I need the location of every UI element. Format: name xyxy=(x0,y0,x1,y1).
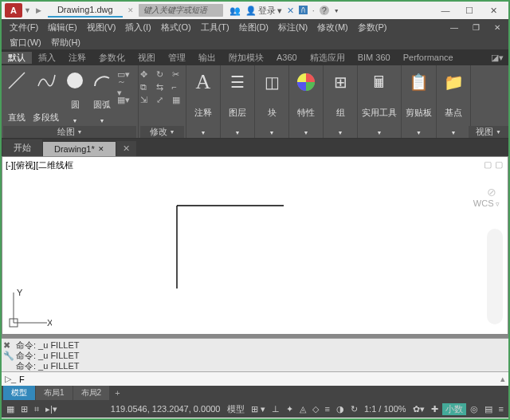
annot-button[interactable]: A注释▼ xyxy=(188,67,218,138)
help-drop-icon[interactable]: ▼ xyxy=(334,8,339,14)
circle-button[interactable]: 圆▼ xyxy=(61,67,88,126)
app-icon[interactable]: 🅰 xyxy=(299,6,308,15)
ucs-icon[interactable]: Y X xyxy=(7,288,52,329)
tab-param[interactable]: 参数化 xyxy=(92,52,131,64)
help-icon[interactable]: ? xyxy=(320,6,329,15)
doc-minimize-icon[interactable]: — xyxy=(445,23,463,32)
app-menu-dropdown-icon[interactable]: ▼ xyxy=(24,6,31,14)
cmd-dropdown-icon[interactable]: ▴ xyxy=(500,374,505,384)
menu-annotate[interactable]: 标注(N) xyxy=(273,22,312,33)
menu-file[interactable]: 文件(F) xyxy=(5,22,43,33)
st-grid-icon[interactable]: ⊞ xyxy=(18,404,30,414)
doc-close-icon[interactable]: ✕ xyxy=(489,23,505,32)
tab-view[interactable]: 视图 xyxy=(131,52,162,64)
st-layout-icon[interactable]: ▦ xyxy=(4,404,17,414)
polyline-button[interactable]: 多段线 xyxy=(30,67,61,126)
layout-model[interactable]: 模型 xyxy=(3,386,35,400)
viewctrl-icon[interactable]: ▢ xyxy=(495,159,503,170)
menu-draw[interactable]: 绘图(D) xyxy=(234,22,273,33)
menu-format[interactable]: 格式(O) xyxy=(156,22,196,33)
qat-icon[interactable]: ▶ xyxy=(36,6,41,14)
panel-draw-title[interactable]: 绘图▼ xyxy=(3,126,136,138)
st-trans-icon[interactable]: ◑ xyxy=(334,404,347,414)
wcs-label[interactable]: WCS ▿ xyxy=(473,198,500,208)
ribbon-dropdown-icon[interactable]: ◪▾ xyxy=(486,53,508,63)
drawing-canvas[interactable]: [-][俯视][二维线框 ▢ ▢ ⊘ WCS ▿ Y X xyxy=(2,156,508,335)
line-button[interactable]: 直线 xyxy=(3,67,30,126)
st-plus-icon[interactable]: ✚ xyxy=(429,404,441,414)
coords-label[interactable]: 119.0546, 123.2047, 0.0000 xyxy=(108,404,223,414)
st-decimal[interactable]: 小数 xyxy=(442,403,466,415)
menu-modify[interactable]: 修改(M) xyxy=(312,22,353,33)
maximize-button[interactable]: ☐ xyxy=(457,4,481,17)
viewcube-icon[interactable]: ▢ xyxy=(484,159,492,170)
copy-icon[interactable]: ⧉ xyxy=(140,81,153,92)
st-ortho-icon[interactable]: ⊥ xyxy=(269,404,282,414)
panel-modify-title[interactable]: 修改▼ xyxy=(140,126,184,138)
rotate-icon[interactable]: ↻ xyxy=(156,69,169,80)
menu-tools[interactable]: 工具(T) xyxy=(196,22,234,33)
navigation-bar[interactable] xyxy=(487,229,503,324)
tab-add-button[interactable]: ✕ xyxy=(116,141,136,156)
tab-close-icon[interactable]: ✕ xyxy=(98,145,104,153)
base-button[interactable]: 📁基点▼ xyxy=(438,67,469,138)
tab-output[interactable]: 输出 xyxy=(192,52,222,64)
st-cycle-icon[interactable]: ↻ xyxy=(348,404,360,414)
st-iso-icon[interactable]: ◬ xyxy=(297,404,308,414)
tab-annotate[interactable]: 注释 xyxy=(62,52,92,64)
command-line[interactable]: ▷_ F ▴ xyxy=(2,371,508,386)
tab-manage[interactable]: 管理 xyxy=(162,52,192,64)
tab-bim360[interactable]: BIM 360 xyxy=(351,53,397,62)
tab-addon[interactable]: 附加模块 xyxy=(222,52,270,64)
tab-drawing1[interactable]: Drawing1* ✕ xyxy=(43,142,116,156)
mirror-icon[interactable]: ⇆ xyxy=(156,81,169,92)
move-icon[interactable]: ✥ xyxy=(140,69,153,80)
viewport-label[interactable]: [-][俯视][二维线框 xyxy=(6,159,73,171)
tab-a360[interactable]: A360 xyxy=(270,53,304,62)
fillet-icon[interactable]: ⌐ xyxy=(172,81,185,92)
panel-view-title[interactable]: 视图▼ xyxy=(469,126,508,138)
st-target-icon[interactable]: ◎ xyxy=(468,404,481,414)
menu-insert[interactable]: 插入(I) xyxy=(120,22,155,33)
collaboration-icon[interactable]: 👥 xyxy=(230,6,241,16)
group-button[interactable]: ⊞组▼ xyxy=(325,67,355,138)
st-scale[interactable]: 1:1 / 100% xyxy=(362,404,409,414)
layout-2[interactable]: 布局2 xyxy=(73,386,110,400)
tab-insert[interactable]: 插入 xyxy=(32,52,62,64)
block-button[interactable]: ◫块▼ xyxy=(257,67,287,138)
st-menu-icon[interactable]: ≡ xyxy=(496,404,506,414)
login-button[interactable]: 👤 登录 ▾ xyxy=(245,5,282,17)
st-lw-icon[interactable]: ≡ xyxy=(323,404,332,414)
exchange-icon[interactable]: ✕ xyxy=(287,6,294,16)
arc-button[interactable]: 圆弧▼ xyxy=(88,67,116,126)
layer-button[interactable]: ☰图层▼ xyxy=(222,67,253,138)
st-gear-icon[interactable]: ✿▾ xyxy=(410,404,427,414)
doc-close-icon[interactable]: ✕ xyxy=(128,6,134,14)
st-expand-icon[interactable]: ▸|▾ xyxy=(43,404,60,414)
tab-default[interactable]: 默认 xyxy=(2,52,32,64)
cmd-input[interactable]: F xyxy=(19,375,25,384)
array-icon[interactable]: ▦ xyxy=(172,94,185,105)
st-model[interactable]: 模型 xyxy=(225,403,247,415)
st-osnap-icon[interactable]: ◇ xyxy=(310,404,321,414)
menu-view[interactable]: 视图(V) xyxy=(82,22,121,33)
st-polar-icon[interactable]: ✦ xyxy=(284,404,296,414)
st-snap-icon[interactable]: ⌗ xyxy=(32,404,41,414)
st-more-icon[interactable]: ▤ xyxy=(482,404,495,414)
layout-1[interactable]: 布局1 xyxy=(36,386,73,400)
prop-button[interactable]: 特性▼ xyxy=(291,67,321,138)
spline-icon[interactable]: ～▾ xyxy=(117,81,130,92)
close-button[interactable]: ✕ xyxy=(481,4,505,17)
tab-featured[interactable]: 精选应用 xyxy=(304,52,351,64)
hatch-icon[interactable]: ▦▾ xyxy=(117,94,130,105)
minimize-button[interactable]: — xyxy=(434,4,457,17)
compass-icon[interactable]: ⊘ xyxy=(487,186,496,198)
help-search-input[interactable]: 键入关键字或短语 xyxy=(139,4,223,17)
utility-button[interactable]: 🖩实用工具▼ xyxy=(359,67,399,138)
app-menu-button[interactable]: A xyxy=(5,3,22,18)
layout-add-button[interactable]: + xyxy=(110,387,124,399)
stretch-icon[interactable]: ⇲ xyxy=(140,94,153,105)
scale-icon[interactable]: ⤢ xyxy=(156,94,169,105)
trim-icon[interactable]: ✂ xyxy=(172,69,185,80)
st-grid2-icon[interactable]: ⊞ ▾ xyxy=(249,404,268,414)
